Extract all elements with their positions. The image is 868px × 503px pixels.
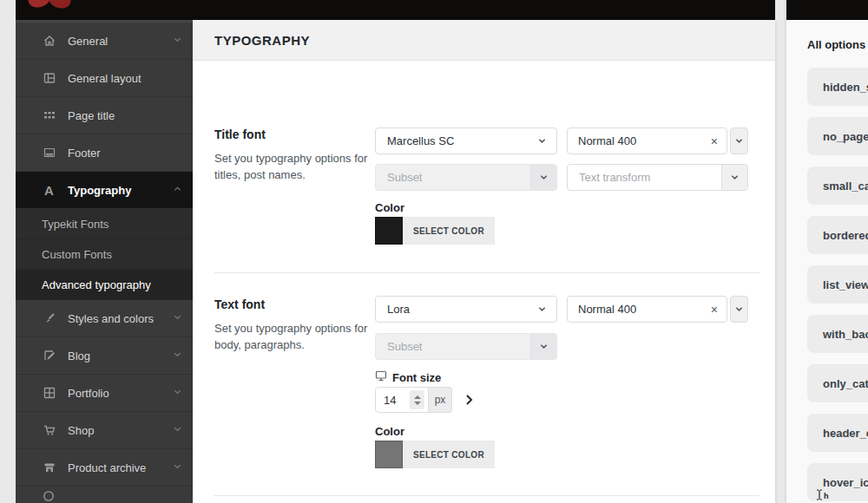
grid-icon <box>42 386 56 401</box>
section-title-font-label: Title font <box>214 127 266 141</box>
title-font-weight-dropdown-button[interactable] <box>730 127 748 154</box>
chevron-down-icon <box>173 424 182 437</box>
store-icon <box>42 461 56 475</box>
chevron-down-icon <box>173 387 182 400</box>
title-color-label: Color <box>375 201 404 214</box>
option-chip[interactable]: small_cat <box>807 167 868 205</box>
sidebar-item-general-layout[interactable]: General layout <box>16 60 193 97</box>
main-topbar <box>16 0 775 20</box>
chevron-down-icon <box>537 136 547 146</box>
sidebar-item-footer[interactable]: Footer <box>16 134 193 172</box>
text-font-weight-dropdown-button[interactable] <box>730 296 748 323</box>
sidebar-item-styles-and-colors[interactable]: Styles and colors <box>16 300 193 337</box>
font-size-label-row: Font size <box>375 370 441 384</box>
sidebar-item-blog[interactable]: Blog <box>16 337 193 375</box>
font-size-input[interactable] <box>384 394 403 407</box>
sidebar-item-label: Footer <box>68 147 101 160</box>
right-panel-heading: All options p <box>807 38 868 51</box>
option-chip[interactable]: header_c <box>807 414 868 452</box>
sidebar-item-label: Page title <box>68 109 115 122</box>
screen: General General layout Page title Footer <box>0 0 868 503</box>
section-divider <box>214 272 760 273</box>
option-chip[interactable]: bordered <box>807 216 868 254</box>
cart-icon <box>42 423 56 438</box>
sidebar-item-general[interactable]: General <box>16 23 193 60</box>
text-font-family-select[interactable]: Lora <box>375 296 557 323</box>
subset-placeholder: Subset <box>387 340 422 353</box>
text-font-weight-select[interactable]: Normal 400 × <box>567 296 727 323</box>
font-size-label: Font size <box>392 371 441 384</box>
cursor-text-hint: h <box>824 492 829 500</box>
typography-settings-panel: TYPOGRAPHY Title font Set you typography… <box>193 20 775 503</box>
sidebar-item-custom-fonts[interactable]: Custom Fonts <box>16 239 193 270</box>
sidebar-item-label: Typography <box>68 184 131 197</box>
option-chip[interactable]: list_view <box>807 265 868 304</box>
subset-dropdown-segment[interactable] <box>530 334 556 359</box>
sidebar-item-page-title[interactable]: Page title <box>16 97 193 134</box>
selected-font-weight: Normal 400 <box>578 134 636 147</box>
page-title-icon <box>42 108 56 123</box>
selected-font-weight: Normal 400 <box>578 303 636 316</box>
pencil-icon <box>42 349 56 363</box>
title-font-family-select[interactable]: Marcellus SC <box>375 127 557 154</box>
sidebar-item-portfolio[interactable]: Portfolio <box>16 375 193 412</box>
option-chip[interactable]: no_page_ <box>807 117 868 155</box>
title-font-subset-select[interactable]: Subset <box>375 164 557 191</box>
mouse-cursor-icon: h <box>816 489 829 500</box>
right-panel-topbar <box>786 0 868 20</box>
text-select-color-button[interactable]: SELECT COLOR <box>403 441 495 468</box>
sidebar-item-label: Product archive <box>68 461 146 474</box>
home-icon <box>42 34 56 49</box>
sidebar-item-label: Styles and colors <box>68 312 154 325</box>
font-size-input-box <box>375 387 429 413</box>
title-font-weight-select[interactable]: Normal 400 × <box>567 127 727 154</box>
text-color-control: SELECT COLOR <box>375 441 495 468</box>
sidebar-item-label: General <box>68 35 108 48</box>
chevron-down-icon <box>173 461 182 474</box>
sidebar-item-label: Custom Fonts <box>42 248 112 261</box>
option-chip[interactable]: hidden_s <box>807 68 868 106</box>
selected-font-family: Marcellus SC <box>387 134 454 147</box>
sidebar-item-typekit-fonts[interactable]: Typekit Fonts <box>16 209 193 239</box>
font-size-unit: px <box>429 387 452 413</box>
display-icon <box>375 370 387 384</box>
sidebar-item-label: Shop <box>68 424 94 437</box>
stepper-arrows[interactable] <box>410 390 424 409</box>
chevron-down-icon <box>537 304 547 314</box>
chevron-up-icon <box>173 184 182 197</box>
title-font-weight-group: Normal 400 × <box>567 127 748 154</box>
option-chip[interactable]: only_cate <box>807 364 868 402</box>
option-chip[interactable]: with_bac <box>807 315 868 353</box>
subset-dropdown-segment[interactable] <box>530 165 556 190</box>
sidebar-item-label: Advanced typography <box>42 278 151 291</box>
title-text-transform-select[interactable]: Text transform <box>567 164 748 191</box>
font-size-stepper: px <box>375 387 473 413</box>
chevron-right-icon[interactable] <box>465 394 473 406</box>
text-transform-dropdown-segment[interactable] <box>721 165 747 190</box>
sidebar-item-shop[interactable]: Shop <box>16 412 193 449</box>
sidebar-item-advanced-typography[interactable]: Advanced typography <box>16 270 193 300</box>
typography-icon: A <box>42 183 56 198</box>
title-select-color-button[interactable]: SELECT COLOR <box>403 217 495 245</box>
panel-content: Title font Set you typography options fo… <box>193 61 775 503</box>
section-title-font-desc: Set you typography options for titles, p… <box>214 151 371 184</box>
section-divider <box>214 495 760 496</box>
clear-icon[interactable]: × <box>711 135 718 147</box>
text-color-swatch[interactable] <box>375 441 403 468</box>
section-text-font-label: Text font <box>214 297 265 311</box>
sidebar-item-label: Portfolio <box>68 387 109 400</box>
text-color-label: Color <box>375 425 404 438</box>
page-title: TYPOGRAPHY <box>214 33 310 48</box>
title-color-swatch[interactable] <box>375 217 403 245</box>
sidebar-item-partial[interactable] <box>16 487 193 503</box>
circle-icon <box>42 489 56 503</box>
clear-icon[interactable]: × <box>711 304 718 316</box>
sidebar-item-product-archive[interactable]: Product archive <box>16 449 193 487</box>
options-pages-panel: All options p hidden_s no_page_ small_ca… <box>786 0 868 503</box>
options-sidebar: General General layout Page title Footer <box>16 20 193 503</box>
panel-header: TYPOGRAPHY <box>193 20 775 61</box>
sidebar-item-typography[interactable]: A Typography <box>16 172 193 209</box>
selected-font-family: Lora <box>387 303 410 316</box>
layout-icon <box>42 71 56 86</box>
text-font-subset-select[interactable]: Subset <box>375 333 557 360</box>
